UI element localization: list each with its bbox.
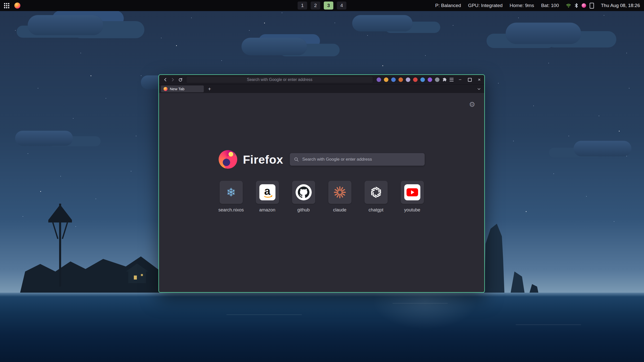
extension-icon-8[interactable] (428, 77, 432, 82)
maximize-icon (468, 78, 472, 82)
extension-icon-1[interactable] (377, 77, 381, 82)
firefox-window: − × New Tab + ⚙ Fire (158, 74, 485, 293)
firefox-taskbar-icon[interactable] (14, 3, 20, 9)
clock[interactable]: Thu Aug 08, 18:26 (601, 3, 640, 8)
extension-icon-5[interactable] (406, 77, 410, 82)
tray-app-icon[interactable] (582, 3, 586, 8)
shortcut-label: amazon (259, 207, 275, 213)
amazon-icon: a (259, 184, 275, 200)
water-streak (516, 324, 581, 325)
system-tray (566, 3, 594, 9)
extensions-button[interactable] (441, 76, 448, 83)
tab-new-tab[interactable]: New Tab (161, 85, 204, 92)
shortcut-tiles: ❄ search.nixos a amazon (220, 181, 424, 213)
workspace-3[interactable]: 3 (324, 2, 333, 10)
list-all-tabs-button[interactable] (476, 86, 482, 92)
cloud (15, 131, 73, 146)
tab-bar: New Tab + (159, 84, 484, 93)
shortcut-label: claude (333, 207, 346, 213)
workspace-1[interactable]: 1 (298, 2, 307, 10)
claude-starburst-icon (333, 186, 346, 199)
maximize-button[interactable] (467, 77, 472, 82)
device-icon[interactable] (590, 3, 594, 9)
extension-icon-2[interactable] (384, 77, 388, 82)
cloud (574, 141, 631, 156)
newtab-search-input[interactable] (302, 157, 421, 162)
home-latency-status: Home: 9ms (510, 3, 534, 8)
newtab-main: Firefox ❄ search.nixos (159, 150, 484, 213)
shortcut-amazon[interactable]: a amazon (256, 181, 279, 213)
desktop: 1 2 3 4 P: Balanced GPU: Integrated Home… (0, 0, 644, 362)
shortcut-label: chatgpt (369, 207, 383, 213)
water-streak (392, 303, 448, 304)
url-bar[interactable] (186, 76, 373, 83)
extension-icon-7[interactable] (420, 77, 425, 82)
firefox-logo-icon (219, 150, 237, 169)
shortcut-youtube[interactable]: youtube (401, 181, 424, 213)
newtab-search-box[interactable] (290, 153, 425, 166)
close-button[interactable]: × (477, 77, 482, 82)
new-tab-button[interactable]: + (206, 86, 213, 92)
back-button[interactable] (162, 76, 169, 83)
water-streak (226, 314, 302, 315)
shortcut-label: youtube (404, 207, 420, 213)
workspace-2[interactable]: 2 (311, 2, 320, 10)
openai-knot-icon (370, 186, 382, 199)
wifi-icon[interactable] (566, 3, 571, 8)
app-launcher-icon[interactable] (4, 3, 9, 8)
extension-icon-6[interactable] (413, 77, 418, 82)
bluetooth-icon[interactable] (575, 3, 578, 8)
extension-icons (377, 77, 439, 82)
hamburger-icon (450, 78, 454, 81)
logo-search-row: Firefox (219, 150, 424, 169)
shortcut-search-nixos[interactable]: ❄ search.nixos (220, 181, 243, 213)
cloud (352, 15, 413, 31)
battery-status: Bat: 100 (541, 3, 559, 8)
cloud (28, 15, 103, 35)
cloud (242, 38, 307, 55)
chevron-down-icon (477, 87, 481, 91)
top-bar: 1 2 3 4 P: Balanced GPU: Integrated Home… (0, 0, 644, 11)
minimize-button[interactable]: − (458, 77, 463, 82)
shortcut-chatgpt[interactable]: chatgpt (365, 181, 388, 213)
newtab-page: ⚙ Firefox ❄ (159, 93, 484, 292)
shortcut-label: github (297, 207, 310, 213)
puzzle-icon (442, 77, 447, 82)
firefox-wordmark: Firefox (243, 153, 283, 166)
youtube-icon (404, 184, 420, 200)
workspace-switcher: 1 2 3 4 (298, 2, 346, 10)
github-octocat-icon (296, 184, 312, 200)
cloud (506, 23, 581, 44)
reload-icon (178, 77, 183, 82)
tab-title: New Tab (170, 87, 184, 91)
forward-button[interactable] (169, 76, 177, 83)
extension-icon-3[interactable] (391, 77, 396, 82)
shortcut-github[interactable]: github (292, 181, 315, 213)
extension-icon-9[interactable] (435, 77, 439, 82)
extension-icon-4[interactable] (398, 77, 403, 82)
back-icon (163, 77, 168, 82)
forward-icon (171, 77, 175, 82)
power-profile-status: P: Balanced (435, 3, 461, 8)
window-controls: − × (458, 77, 482, 82)
firefox-favicon (164, 87, 168, 91)
wallpaper-ocean (0, 293, 644, 362)
menu-button[interactable] (448, 76, 455, 83)
shortcut-claude[interactable]: claude (328, 181, 351, 213)
workspace-4[interactable]: 4 (337, 2, 346, 10)
reload-button[interactable] (177, 76, 184, 83)
search-icon (294, 157, 299, 162)
gpu-status: GPU: Integrated (468, 3, 502, 8)
shortcut-label: search.nixos (218, 207, 244, 213)
personalize-gear-icon[interactable]: ⚙ (469, 101, 475, 108)
browser-toolbar: − × (159, 75, 484, 84)
nixos-snowflake-icon: ❄ (226, 187, 236, 198)
